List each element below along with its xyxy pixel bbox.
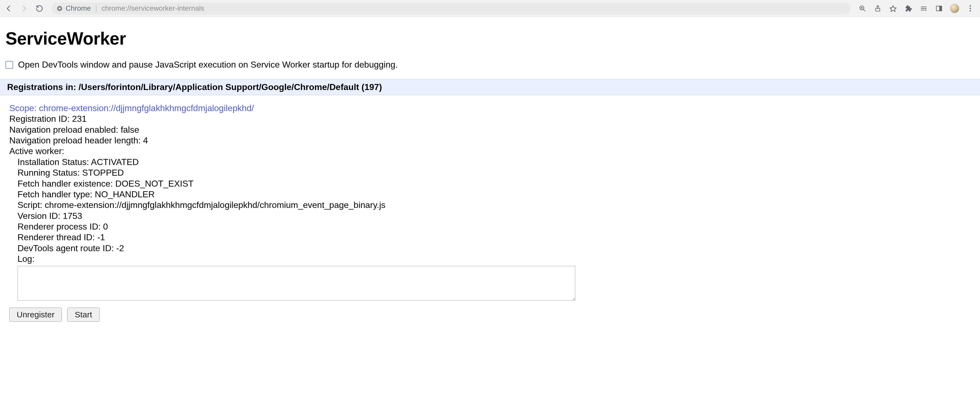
- renderer-process-id-value: 0: [103, 222, 108, 231]
- chrome-menu-icon[interactable]: [966, 4, 975, 13]
- svg-point-1: [59, 7, 61, 10]
- nav-preload-header-length-value: 4: [143, 136, 148, 145]
- nav-preload-enabled-label: Navigation preload enabled:: [9, 125, 121, 135]
- forward-icon[interactable]: [20, 4, 29, 13]
- page-title: ServiceWorker: [5, 29, 975, 49]
- registration-actions: Unregister Start: [9, 308, 971, 322]
- fetch-handler-existence-value: DOES_NOT_EXIST: [115, 179, 194, 188]
- registration-block: Scope: chrome-extension://djjmngfglakhkh…: [5, 95, 975, 322]
- svg-line-3: [863, 9, 865, 11]
- nav-preload-enabled-value: false: [121, 125, 139, 135]
- nav-cluster: [5, 4, 44, 13]
- svg-marker-7: [890, 5, 896, 11]
- log-label: Log:: [18, 254, 971, 264]
- chrome-product-icon: [56, 5, 63, 12]
- page-content: ServiceWorker Open DevTools window and p…: [0, 17, 980, 322]
- installation-status-row: Installation Status: ACTIVATED: [18, 157, 971, 167]
- registrations-path: /Users/forinton/Library/Application Supp…: [78, 82, 359, 92]
- installation-status-label: Installation Status:: [18, 157, 91, 167]
- bookmark-star-icon[interactable]: [889, 4, 897, 13]
- running-status-value: STOPPED: [82, 168, 124, 177]
- profile-avatar[interactable]: [950, 4, 959, 13]
- address-origin: Chrome: [65, 4, 91, 13]
- devtools-route-id-label: DevTools agent route ID:: [18, 243, 116, 253]
- renderer-thread-id-value: -1: [97, 232, 105, 242]
- log-textarea[interactable]: [18, 266, 575, 300]
- registration-id-value: 231: [72, 114, 86, 124]
- debug-pause-label: Open DevTools window and pause JavaScrip…: [18, 60, 398, 70]
- toolbar-actions: [858, 4, 975, 13]
- script-row: Script: chrome-extension://djjmngfglakhk…: [18, 200, 971, 211]
- renderer-process-id-row: Renderer process ID: 0: [18, 221, 971, 232]
- scope-label: Scope:: [9, 103, 39, 113]
- debug-option-row: Open DevTools window and pause JavaScrip…: [5, 60, 975, 70]
- installation-status-value: ACTIVATED: [91, 157, 139, 167]
- extensions-icon[interactable]: [904, 4, 913, 13]
- registration-id-row: Registration ID: 231: [9, 113, 971, 124]
- version-id-row: Version ID: 1753: [18, 211, 971, 221]
- share-icon[interactable]: [873, 4, 882, 13]
- unregister-button[interactable]: Unregister: [9, 308, 62, 322]
- media-controls-icon[interactable]: [919, 4, 928, 13]
- script-label: Script:: [18, 200, 45, 210]
- version-id-value: 1753: [63, 211, 82, 221]
- nav-preload-header-length-row: Navigation preload header length: 4: [9, 135, 971, 146]
- script-value: chrome-extension://djjmngfglakhkhmgcfdmj…: [45, 200, 385, 210]
- fetch-handler-type-label: Fetch handler type:: [18, 189, 95, 199]
- fetch-handler-type-value: NO_HANDLER: [95, 189, 155, 199]
- renderer-process-id-label: Renderer process ID:: [18, 222, 103, 231]
- start-button[interactable]: Start: [67, 308, 99, 322]
- address-separator: |: [95, 4, 97, 13]
- renderer-thread-id-label: Renderer thread ID:: [18, 232, 97, 242]
- registrations-header: Registrations in: /Users/forinton/Librar…: [0, 79, 980, 95]
- registrations-prefix: Registrations in:: [7, 82, 78, 92]
- registrations-count: (197): [359, 82, 382, 92]
- browser-toolbar: Chrome | chrome://serviceworker-internal…: [0, 0, 980, 17]
- side-panel-icon[interactable]: [935, 4, 943, 13]
- devtools-route-id-row: DevTools agent route ID: -2: [18, 243, 971, 254]
- back-icon[interactable]: [5, 4, 13, 13]
- running-status-row: Running Status: STOPPED: [18, 167, 971, 178]
- fetch-handler-existence-label: Fetch handler existence:: [18, 179, 115, 188]
- address-bar[interactable]: Chrome | chrome://serviceworker-internal…: [51, 2, 850, 14]
- devtools-route-id-value: -2: [116, 243, 124, 253]
- fetch-handler-type-row: Fetch handler type: NO_HANDLER: [18, 189, 971, 200]
- registration-id-label: Registration ID:: [9, 114, 72, 124]
- active-worker-label: Active worker:: [9, 146, 971, 156]
- scope-link[interactable]: chrome-extension://djjmngfglakhkhmgcfdmj…: [39, 103, 254, 113]
- nav-preload-enabled-row: Navigation preload enabled: false: [9, 124, 971, 135]
- address-url: chrome://serviceworker-internals: [102, 4, 204, 13]
- renderer-thread-id-row: Renderer thread ID: -1: [18, 232, 971, 243]
- debug-pause-checkbox[interactable]: [5, 61, 13, 69]
- running-status-label: Running Status:: [18, 168, 82, 177]
- nav-preload-header-length-label: Navigation preload header length:: [9, 136, 143, 145]
- version-id-label: Version ID:: [18, 211, 63, 221]
- zoom-icon[interactable]: [858, 4, 867, 13]
- svg-rect-12: [940, 6, 942, 11]
- reload-icon[interactable]: [35, 4, 44, 13]
- fetch-handler-existence-row: Fetch handler existence: DOES_NOT_EXIST: [18, 179, 971, 189]
- scope-row: Scope: chrome-extension://djjmngfglakhkh…: [9, 103, 971, 113]
